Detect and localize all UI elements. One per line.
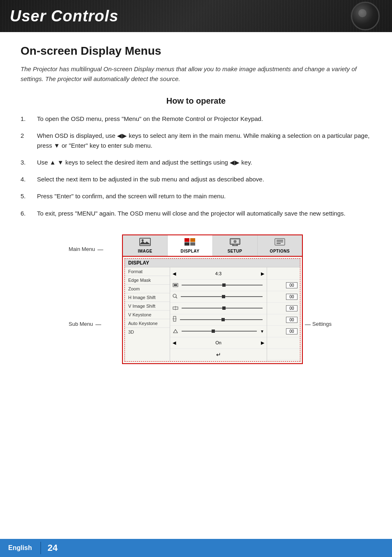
- zoom-slider[interactable]: [181, 296, 263, 297]
- intro-paragraph: The Projector has multilingual On-screen…: [21, 64, 371, 84]
- hshift-value: 00: [286, 305, 297, 311]
- list-number: 2: [21, 131, 37, 150]
- list-item: 3. Use ▲ ▼ keys to select the desired it…: [21, 158, 371, 167]
- svg-line-22: [176, 297, 177, 298]
- list-number: 5.: [21, 191, 37, 201]
- hshift-icon: [173, 304, 178, 312]
- autokeystone-left-arrow: ◀: [173, 340, 176, 346]
- osd-diagram-section: Main Menu — Sub Menu — — Settings: [21, 234, 371, 364]
- hshift-control-row: [170, 303, 267, 314]
- osd-diagram-wrapper: Main Menu — Sub Menu — — Settings: [122, 234, 303, 364]
- tab-display-label: DISPLAY: [169, 249, 210, 253]
- footer-language: English: [0, 539, 40, 557]
- list-number: 3.: [21, 158, 37, 167]
- keystone-value-row: 00: [267, 326, 300, 337]
- edgemask-value: 00: [286, 282, 297, 288]
- keystone-icon: [173, 327, 178, 335]
- list-text: To exit, press "MENU" again. The OSD men…: [37, 209, 346, 218]
- arrow-left-icon: —: [305, 321, 311, 327]
- how-to-operate-title: How to operate: [21, 96, 371, 106]
- autokeystone-right-arrow: ▶: [261, 340, 264, 346]
- camera-lens: [351, 2, 380, 30]
- submenu-item-autokeystone: Auto Keystone: [125, 319, 170, 328]
- svg-point-14: [234, 241, 235, 242]
- left-arrow-icon: ◀: [173, 271, 176, 276]
- list-text: Select the next item to be adjusted in t…: [37, 174, 264, 184]
- left-right-arrow-icon: ◀▶: [230, 159, 240, 166]
- menu-tabs: IMAGE DISPLAY: [123, 235, 302, 257]
- tab-setup[interactable]: SETUP: [213, 235, 258, 256]
- svg-point-21: [173, 294, 176, 297]
- keystone-value: 00: [286, 328, 297, 334]
- list-item: 1. To open the OSD menu, press "Menu" on…: [21, 114, 371, 123]
- main-content: On-screen Display Menus The Projector ha…: [0, 32, 392, 385]
- list-text: When OSD is displayed, use ◀▶ keys to se…: [37, 131, 371, 150]
- autokeystone-control-row: ◀ On ▶: [170, 337, 267, 349]
- camera-decoration: [351, 2, 384, 30]
- submenu-item-zoom: Zoom: [125, 285, 170, 293]
- submenu-labels-column: Format Edge Mask Zoom H Image Shift V Im…: [125, 267, 170, 361]
- tab-image[interactable]: IMAGE: [123, 235, 168, 256]
- keystone-down-icon: ▼: [260, 329, 264, 334]
- submenu-item-vkeystone: V Keystone: [125, 311, 170, 319]
- edgemask-icon: [173, 281, 178, 289]
- tab-setup-label: SETUP: [214, 249, 256, 253]
- submenu-header: DISPLAY: [125, 259, 300, 267]
- options-tab-icon: [259, 238, 300, 248]
- submenu-area: DISPLAY Format Edge Mask Zoom H Image Sh…: [125, 258, 300, 362]
- hshift-slider[interactable]: [182, 308, 263, 309]
- svg-marker-27: [173, 330, 178, 333]
- submenu-values-column: 00 00 00 00: [267, 267, 300, 361]
- svg-rect-6: [190, 242, 195, 246]
- submenu-item-edgemask: Edge Mask: [125, 276, 170, 285]
- edgemask-slider[interactable]: [182, 285, 263, 285]
- zoom-icon: [173, 293, 178, 300]
- display-tab-icon: [169, 238, 210, 248]
- svg-rect-5: [184, 242, 189, 246]
- list-number: 1.: [21, 114, 37, 123]
- arrow-icon: ◀▶: [117, 132, 127, 139]
- vshift-value: 00: [286, 317, 297, 323]
- submenu-items-container: Format Edge Mask Zoom H Image Shift V Im…: [125, 267, 300, 361]
- vshift-slider[interactable]: [180, 319, 263, 320]
- vshift-icon: [173, 316, 177, 323]
- zoom-control-row: [170, 291, 267, 303]
- submenu-item-vishift: V Image Shift: [125, 302, 170, 311]
- instructions-list: 1. To open the OSD menu, press "Menu" on…: [21, 114, 371, 218]
- hshift-value-row: 00: [267, 303, 300, 314]
- list-item: 5. Press "Enter" to confirm, and the scr…: [21, 191, 371, 201]
- threed-control-row: ↵: [170, 349, 267, 360]
- format-value: 4:3: [215, 271, 221, 276]
- zoom-value: 00: [286, 294, 297, 300]
- sub-menu-label-text: Sub Menu: [69, 321, 93, 327]
- edgemask-value-row: 00: [267, 280, 300, 291]
- keystone-slider[interactable]: [182, 331, 257, 332]
- svg-marker-1: [140, 241, 150, 244]
- page-header: User Controls: [0, 0, 392, 32]
- label-main-menu: Main Menu —: [69, 246, 103, 253]
- list-number: 6.: [21, 209, 37, 218]
- image-tab-icon: [125, 238, 166, 248]
- list-item: 2 When OSD is displayed, use ◀▶ keys to …: [21, 131, 371, 150]
- svg-point-2: [142, 239, 144, 241]
- up-down-arrow-icon: ▲ ▼: [50, 159, 64, 166]
- list-text: Press "Enter" to confirm, and the screen…: [37, 191, 226, 201]
- tab-image-label: IMAGE: [125, 249, 166, 253]
- submenu-item-hishift: H Image Shift: [125, 293, 170, 302]
- down-arrow-icon: ▼: [54, 142, 60, 149]
- tab-options[interactable]: OPTIONS: [258, 235, 302, 256]
- format-value-row: [267, 268, 300, 280]
- tab-display[interactable]: DISPLAY: [168, 235, 212, 256]
- vshift-control-row: [170, 314, 267, 326]
- svg-rect-20: [174, 284, 177, 286]
- page-title: User Controls: [10, 7, 118, 25]
- main-menu-label-text: Main Menu: [69, 246, 95, 252]
- submenu-controls-column: ◀ 4:3 ▶: [170, 267, 267, 361]
- footer-page-number: 24: [41, 539, 64, 557]
- autokeystone-value-row: [267, 337, 300, 349]
- list-text: To open the OSD menu, press "Menu" on th…: [37, 114, 263, 123]
- svg-rect-0: [140, 238, 150, 246]
- svg-rect-4: [190, 238, 195, 242]
- format-control-row: ◀ 4:3 ▶: [170, 268, 267, 280]
- label-sub-menu: Sub Menu —: [69, 321, 101, 327]
